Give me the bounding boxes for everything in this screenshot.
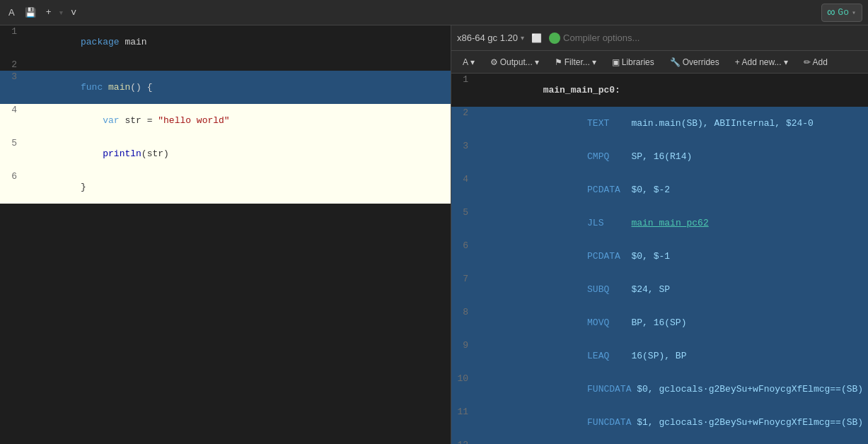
line-number: 4 [0, 104, 23, 137]
status-indicator [549, 33, 560, 44]
main-content: 1 package main 2 3 func main() { 4 [0, 25, 868, 444]
editor-line: 2 [0, 59, 451, 71]
asm-line-number: 3 [451, 140, 474, 173]
asm-line: 9 LEAQ 16(SP), BP [451, 339, 868, 373]
add-new-arrow: ▾ [784, 57, 788, 67]
asm-line: 4 PCDATA $0, $-2 [451, 173, 868, 206]
platform-label: x86-64 gc 1.20 [457, 33, 518, 43]
go-selector[interactable]: ∞ Go ▾ [821, 4, 862, 22]
top-toolbar: A 💾 + ▾ v ∞ Go ▾ [0, 0, 868, 25]
libraries-icon: ▣ [612, 57, 620, 67]
libraries-button[interactable]: ▣ Libraries [606, 56, 660, 69]
line-number: 3 [0, 71, 23, 104]
line-content[interactable]: package main [23, 25, 451, 59]
asm-line-content[interactable]: main_main_pc0: [474, 74, 868, 107]
asm-line: 2 TEXT main.main(SB), ABIInternal, $24-0 [451, 107, 868, 140]
external-link-button[interactable]: ⬜ [527, 32, 546, 45]
asm-line-content[interactable]: FUNCDATA $1, gclocals·g2BeySu+wFnoycgXfE… [474, 406, 868, 439]
asm-line-content[interactable]: PCDATA $1, $0 [474, 439, 868, 444]
output-button[interactable]: ⚙ Output... ▾ [485, 56, 545, 69]
asm-line-content[interactable]: CMPQ SP, 16(R14) [474, 140, 868, 173]
line-number: 1 [0, 25, 23, 59]
output-label: Output... [500, 57, 533, 67]
asm-line: 11 FUNCDATA $1, gclocals·g2BeySu+wFnoycg… [451, 406, 868, 439]
asm-line: 10 FUNCDATA $0, gclocals·g2BeySu+wFnoycg… [451, 373, 868, 406]
editor-line-highlighted: 3 func main() { [0, 71, 451, 104]
asm-line: 12 PCDATA $1, $0 [451, 439, 868, 444]
asm-line-number: 8 [451, 306, 474, 339]
line-content[interactable]: println(str) [23, 137, 451, 170]
go-arrow: ▾ [852, 8, 856, 17]
plus-icon[interactable]: + [43, 6, 54, 19]
filter-label: Filter... [565, 57, 590, 67]
line-content[interactable]: } [23, 170, 451, 204]
external-icon: ⬜ [531, 33, 542, 43]
line-content[interactable] [23, 59, 451, 71]
editor-lines: 1 package main 2 3 func main() { 4 [0, 25, 451, 204]
add-new-button[interactable]: + Add new... ▾ [729, 56, 794, 69]
asm-toolbar: x86-64 gc 1.20 ▾ ⬜ [451, 25, 868, 51]
go-label: Go [838, 7, 849, 18]
platform-selector[interactable]: x86-64 gc 1.20 ▾ [457, 33, 524, 43]
asm-line-content[interactable]: FUNCDATA $0, gclocals·g2BeySu+wFnoycgXfE… [474, 373, 868, 406]
asm-line-number: 4 [451, 173, 474, 206]
filter-button[interactable]: ⚑ Filter... ▾ [549, 56, 602, 69]
toolbar-sep: ▾ [58, 7, 64, 18]
asm-line-content[interactable]: SUBQ $24, SP [474, 273, 868, 306]
editor-pane: 1 package main 2 3 func main() { 4 [0, 25, 451, 444]
asm-line-number: 6 [451, 240, 474, 273]
asm-toolbar-left: x86-64 gc 1.20 ▾ ⬜ [457, 32, 682, 45]
editor-line: 1 package main [0, 25, 451, 59]
asm-line: 3 CMPQ SP, 16(R14) [451, 140, 868, 173]
asm-line-number: 12 [451, 439, 474, 444]
asm-line: 5 JLS main_main_pc62 [451, 206, 868, 240]
a-button[interactable]: A [6, 6, 18, 19]
a-sub-button[interactable]: A ▾ [457, 56, 480, 69]
asm-lines: 1 main_main_pc0: 2 TEXT main.main(SB), A… [451, 74, 868, 444]
line-number: 2 [0, 59, 23, 71]
line-number: 5 [0, 137, 23, 170]
asm-line-content[interactable]: JLS main_main_pc62 [474, 206, 868, 240]
asm-line-number: 7 [451, 273, 474, 306]
pencil-icon: ✏ [804, 57, 811, 67]
asm-line: 8 MOVQ BP, 16(SP) [451, 306, 868, 339]
filter-icon: ⚑ [555, 57, 562, 67]
compiler-options-input[interactable] [563, 33, 682, 43]
line-content[interactable]: func main() { [23, 71, 451, 104]
asm-line-number: 2 [451, 107, 474, 140]
overrides-label: Overrides [683, 57, 719, 67]
v-icon[interactable]: v [68, 6, 79, 19]
libraries-label: Libraries [622, 57, 654, 67]
line-number: 6 [0, 170, 23, 204]
asm-line-content[interactable]: TEXT main.main(SB), ABIInternal, $24-0 [474, 107, 868, 140]
editor-line-highlighted: 4 var str = "hello world" [0, 104, 451, 137]
asm-line-content[interactable]: PCDATA $0, $-2 [474, 173, 868, 206]
add-new-label: + Add new... [735, 57, 782, 67]
gear-icon: ⚙ [490, 57, 498, 67]
asm-code-area: 1 main_main_pc0: 2 TEXT main.main(SB), A… [451, 74, 868, 444]
overrides-button[interactable]: 🔧 Overrides [664, 56, 725, 69]
asm-line-number: 5 [451, 206, 474, 240]
add-label: Add [813, 57, 828, 67]
editor-line-highlighted: 5 println(str) [0, 137, 451, 170]
asm-line: 6 PCDATA $0, $-1 [451, 240, 868, 273]
filter-arrow: ▾ [592, 57, 596, 67]
wrench-icon: 🔧 [670, 57, 681, 67]
asm-line-content[interactable]: MOVQ BP, 16(SP) [474, 306, 868, 339]
asm-line-number: 9 [451, 339, 474, 373]
save-icon[interactable]: 💾 [22, 6, 39, 20]
asm-line-content[interactable]: LEAQ 16(SP), BP [474, 339, 868, 373]
asm-line-number: 10 [451, 373, 474, 406]
output-arrow: ▾ [535, 57, 539, 67]
asm-line-number: 11 [451, 406, 474, 439]
asm-line: 1 main_main_pc0: [451, 74, 868, 107]
line-content[interactable]: var str = "hello world" [23, 104, 451, 137]
asm-pane: x86-64 gc 1.20 ▾ ⬜ A ▾ ⚙ Output... ▾ ⚑ F… [451, 25, 868, 444]
add-button[interactable]: ✏ Add [798, 56, 833, 69]
platform-arrow: ▾ [521, 34, 524, 42]
asm-line: 7 SUBQ $24, SP [451, 273, 868, 306]
toolbar-left: A 💾 + ▾ v ∞ Go ▾ [6, 4, 862, 22]
editor-line-highlighted: 6 } [0, 170, 451, 204]
asm-line-content[interactable]: PCDATA $0, $-1 [474, 240, 868, 273]
asm-line-number: 1 [451, 74, 474, 107]
